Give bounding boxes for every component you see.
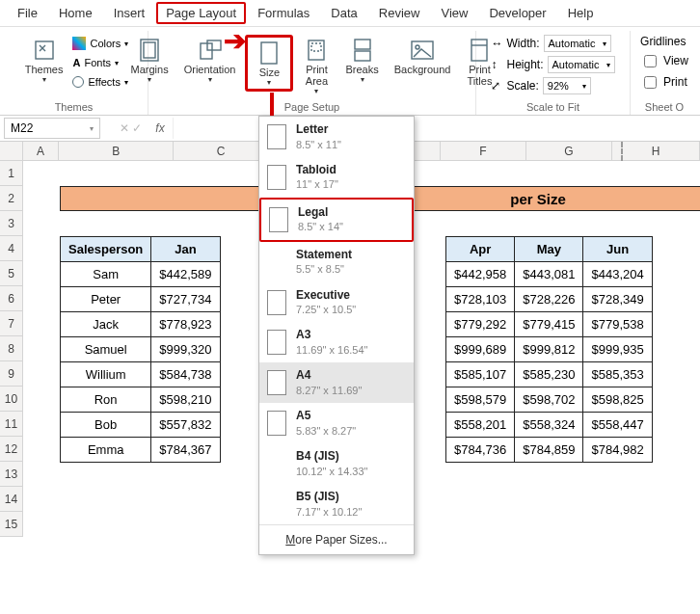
table-row[interactable]: $784,736$784,859$784,982 [446, 438, 653, 463]
table-row[interactable]: Samuel$999,320 [61, 337, 221, 362]
svg-rect-2 [144, 42, 155, 58]
size-option-b4jis[interactable]: B4 (JIS)10.12" x 14.33" [259, 443, 414, 484]
menu-insert[interactable]: Insert [104, 2, 155, 24]
table-row[interactable]: Peter$727,734 [61, 287, 221, 312]
svg-rect-9 [355, 51, 370, 61]
size-option-a4[interactable]: A48.27" x 11.69" [259, 362, 414, 403]
scale-combo[interactable]: 92%▾ [543, 77, 591, 94]
row-head[interactable]: 11 [0, 412, 23, 437]
size-button[interactable]: Size▾ [245, 35, 293, 92]
menu-help[interactable]: Help [558, 2, 604, 24]
svg-rect-5 [261, 42, 277, 64]
size-option-a3[interactable]: A311.69" x 16.54" [259, 322, 414, 362]
row-head[interactable]: 15 [0, 512, 23, 537]
svg-point-11 [416, 45, 419, 49]
row-head[interactable]: 7 [0, 311, 23, 336]
size-option-tabloid[interactable]: Tabloid11" x 17" [259, 157, 414, 198]
arrow-icon: ➔ [224, 25, 246, 57]
size-option-b5jis[interactable]: B5 (JIS)7.17" x 10.12" [259, 484, 414, 524]
data-table-left: SalespersonJanSam$442,589Peter$727,734Ja… [60, 236, 221, 463]
size-dropdown: Letter8.5" x 11"Tabloid11" x 17"Legal8.5… [258, 116, 415, 555]
col-head[interactable]: F [441, 142, 526, 161]
more-paper-sizes[interactable]: More Paper Sizes... [259, 524, 414, 554]
effects-button[interactable]: Effects ▾ [72, 73, 128, 91]
table-row[interactable]: $585,107$585,230$585,353 [446, 362, 653, 387]
view-checkbox[interactable] [644, 55, 657, 67]
row-head[interactable]: 1 [0, 161, 23, 186]
col-head[interactable]: G [526, 142, 612, 161]
row-head[interactable]: 9 [0, 361, 23, 387]
row-head[interactable]: 2 [0, 186, 23, 211]
svg-rect-7 [311, 43, 321, 51]
table-row[interactable]: $598,579$598,702$598,825 [446, 387, 653, 413]
table-row[interactable]: Jack$778,923 [61, 312, 221, 337]
table-row[interactable]: Bob$557,832 [61, 413, 221, 438]
col-head[interactable]: B [59, 142, 174, 161]
table-row[interactable]: $728,103$728,226$728,349 [446, 287, 653, 312]
size-option-executive[interactable]: Executive7.25" x 10.5" [259, 282, 414, 323]
breaks-button[interactable]: Breaks▾ [339, 35, 384, 86]
printarea-button[interactable]: Print Area▾ [297, 35, 336, 97]
menubar: File Home Insert Page Layout Formulas Da… [0, 0, 700, 27]
data-table-right: AprMayJun$442,958$443,081$443,204$728,10… [445, 236, 653, 463]
row-head[interactable]: 8 [0, 336, 23, 361]
table-row[interactable]: $558,201$558,324$558,447 [446, 413, 653, 438]
menu-data[interactable]: Data [321, 2, 366, 24]
colors-button[interactable]: Colors ▾ [72, 35, 128, 52]
themes-button[interactable]: Themes▾ [19, 35, 69, 86]
gridlines-label: Gridlines [640, 35, 688, 48]
row-head[interactable]: 5 [0, 261, 23, 286]
size-option-a5[interactable]: A55.83" x 8.27" [259, 403, 414, 443]
height-combo[interactable]: Automatic▾ [548, 56, 615, 73]
background-button[interactable]: Background [389, 35, 457, 77]
width-combo[interactable]: Automatic▾ [544, 35, 611, 52]
sheetopts-group-label: Sheet O [645, 101, 684, 115]
svg-rect-8 [355, 40, 370, 49]
row-head[interactable]: 13 [0, 462, 23, 487]
table-row[interactable]: Willium$584,738 [61, 362, 221, 387]
fx-icon[interactable]: fx [155, 121, 164, 135]
svg-rect-4 [207, 40, 221, 50]
row-head[interactable]: 3 [0, 211, 23, 236]
size-option-legal[interactable]: Legal8.5" x 14" [259, 198, 414, 242]
page-break [621, 142, 623, 161]
col-head[interactable]: A [23, 142, 60, 161]
name-box[interactable]: M22▾ [4, 118, 100, 139]
fonts-button[interactable]: AFonts ▾ [72, 54, 128, 71]
row-head[interactable]: 12 [0, 437, 23, 462]
size-option-statement[interactable]: Statement5.5" x 8.5" [259, 242, 414, 282]
menu-view[interactable]: View [431, 2, 477, 24]
ribbon: Themes▾ Colors ▾ AFonts ▾ Effects ▾ Them… [0, 27, 700, 116]
menu-file[interactable]: File [8, 2, 47, 24]
table-row[interactable]: $999,689$999,812$999,935 [446, 337, 653, 362]
table-row[interactable]: Sam$442,589 [61, 262, 221, 287]
row-head[interactable]: 4 [0, 236, 23, 261]
formula-bar[interactable] [173, 118, 700, 139]
col-head[interactable]: H [612, 142, 700, 161]
menu-home[interactable]: Home [49, 2, 102, 24]
menu-formulas[interactable]: Formulas [248, 2, 319, 24]
scale-group-label: Scale to Fit [526, 101, 579, 115]
table-row[interactable]: $442,958$443,081$443,204 [446, 262, 653, 287]
table-row[interactable]: Emma$784,367 [61, 438, 221, 463]
row-head[interactable]: 10 [0, 387, 23, 412]
row-head[interactable]: 6 [0, 286, 23, 311]
menu-review[interactable]: Review [369, 2, 430, 24]
themes-label: Themes [25, 64, 64, 75]
row-head[interactable]: 14 [0, 487, 23, 512]
table-row[interactable]: Ron$598,210 [61, 387, 221, 413]
size-option-letter[interactable]: Letter8.5" x 11" [259, 117, 414, 157]
margins-button[interactable]: Margins▾ [125, 35, 175, 86]
menu-developer[interactable]: Developer [479, 2, 555, 24]
themes-group-label: Themes [55, 101, 94, 115]
print-checkbox[interactable] [644, 76, 657, 89]
col-head[interactable]: C [174, 142, 269, 161]
pagesetup-group-label: Page Setup [284, 101, 340, 115]
table-row[interactable]: $779,292$779,415$779,538 [446, 312, 653, 337]
svg-rect-3 [201, 43, 212, 59]
menu-pagelayout[interactable]: Page Layout [156, 2, 246, 24]
